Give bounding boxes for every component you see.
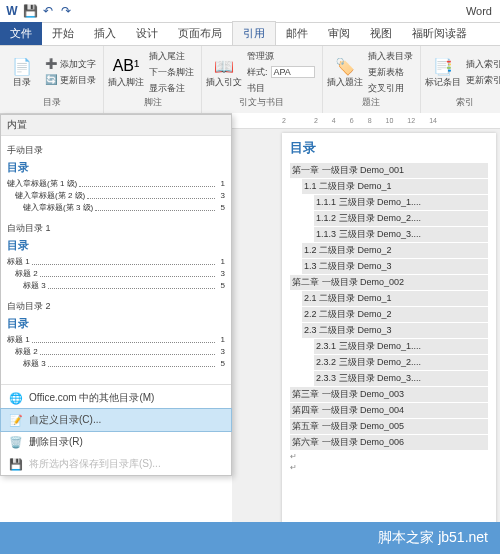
toc-entry[interactable]: 1.1 二级目录 Demo_1 bbox=[302, 179, 488, 194]
tab-页面布局[interactable]: 页面布局 bbox=[168, 22, 232, 45]
ribbon: 📄目录 ➕添加文字 🔄更新目录 目录 AB¹插入脚注 插入尾注 下一条脚注 显示… bbox=[0, 46, 500, 114]
toc-entry[interactable]: 第四章 一级目录 Demo_004 bbox=[290, 403, 488, 418]
toc-entry[interactable]: 第六章 一级目录 Demo_006 bbox=[290, 435, 488, 450]
toc-preview-manual[interactable]: 目录 键入章标题(第 1 级)1键入章标题(第 2 级)3键入章标题(第 3 级… bbox=[7, 160, 225, 214]
add-text-button[interactable]: ➕添加文字 bbox=[42, 57, 99, 72]
preview-label: 自动目录 1 bbox=[7, 222, 225, 235]
toc-entry[interactable]: 2.2 二级目录 Demo_2 bbox=[302, 307, 488, 322]
office-more-toc[interactable]: 🌐Office.com 中的其他目录(M) bbox=[1, 387, 231, 409]
toc-entry[interactable]: 1.2 二级目录 Demo_2 bbox=[302, 243, 488, 258]
insert-citation-button[interactable]: 📖插入引文 bbox=[206, 48, 242, 96]
toc-entry[interactable]: 1.1.2 三级目录 Demo_2.... bbox=[314, 211, 488, 226]
toc-icon: 📄 bbox=[12, 56, 32, 76]
toc-entry[interactable]: 2.3.1 三级目录 Demo_1.... bbox=[314, 339, 488, 354]
refresh-icon: 🔄 bbox=[45, 74, 57, 86]
style-select[interactable]: 样式:APA bbox=[244, 65, 318, 80]
update-toc-button[interactable]: 🔄更新目录 bbox=[42, 73, 99, 88]
toc-entry[interactable]: 第一章 一级目录 Demo_001 bbox=[290, 163, 488, 178]
save-icon: 💾 bbox=[9, 458, 23, 471]
toc-entry[interactable]: 2.3.3 三级目录 Demo_3.... bbox=[314, 371, 488, 386]
custom-toc[interactable]: 📝自定义目录(C)... bbox=[1, 409, 231, 431]
toc-dropdown: 内置 手动目录 目录 键入章标题(第 1 级)1键入章标题(第 2 级)3键入章… bbox=[0, 114, 232, 476]
citation-icon: 📖 bbox=[214, 56, 234, 76]
tab-引用[interactable]: 引用 bbox=[232, 21, 276, 45]
show-notes-button[interactable]: 显示备注 bbox=[146, 81, 197, 96]
group-label: 引文与书目 bbox=[206, 96, 318, 111]
insert-caption-button[interactable]: 🏷️插入题注 bbox=[327, 48, 363, 96]
mark-entry-button[interactable]: 📑标记条目 bbox=[425, 48, 461, 96]
paragraph-mark: ↵ bbox=[290, 452, 488, 461]
toc-entry[interactable]: 2.1 二级目录 Demo_1 bbox=[302, 291, 488, 306]
undo-icon[interactable]: ↶ bbox=[40, 3, 56, 19]
delete-icon: 🗑️ bbox=[9, 436, 23, 449]
toc-entry[interactable]: 1.1.3 三级目录 Demo_3.... bbox=[314, 227, 488, 242]
toc-entry[interactable]: 1.1.1 三级目录 Demo_1.... bbox=[314, 195, 488, 210]
update-table-button[interactable]: 更新表格 bbox=[365, 65, 416, 80]
tab-审阅[interactable]: 审阅 bbox=[318, 22, 360, 45]
group-label: 脚注 bbox=[108, 96, 197, 111]
insert-index-button[interactable]: 插入索引 bbox=[463, 57, 500, 72]
save-icon[interactable]: 💾 bbox=[22, 3, 38, 19]
toc-entry[interactable]: 2.3.2 三级目录 Demo_2.... bbox=[314, 355, 488, 370]
redo-icon[interactable]: ↷ bbox=[58, 3, 74, 19]
toc-entry[interactable]: 第二章 一级目录 Demo_002 bbox=[290, 275, 488, 290]
next-footnote-button[interactable]: 下一条脚注 bbox=[146, 65, 197, 80]
tab-福昕阅读器[interactable]: 福昕阅读器 bbox=[402, 22, 477, 45]
window-title: Word bbox=[74, 5, 496, 17]
remove-toc[interactable]: 🗑️删除目录(R) bbox=[1, 431, 231, 453]
manage-sources-button[interactable]: 管理源 bbox=[244, 49, 318, 64]
toc-entry[interactable]: 2.3 二级目录 Demo_3 bbox=[302, 323, 488, 338]
save-selection-toc: 💾将所选内容保存到目录库(S)... bbox=[1, 453, 231, 475]
toc-entry[interactable]: 1.3 二级目录 Demo_3 bbox=[302, 259, 488, 274]
insert-table-figures-button[interactable]: 插入表目录 bbox=[365, 49, 416, 64]
plus-icon: ➕ bbox=[45, 58, 57, 70]
insert-endnote-button[interactable]: 插入尾注 bbox=[146, 49, 197, 64]
tab-邮件[interactable]: 邮件 bbox=[276, 22, 318, 45]
footnote-icon: AB¹ bbox=[116, 56, 136, 76]
toc-entry[interactable]: 第三章 一级目录 Demo_003 bbox=[290, 387, 488, 402]
caption-icon: 🏷️ bbox=[335, 56, 355, 76]
ruler[interactable]: 22468101214 bbox=[232, 113, 500, 129]
office-icon: 🌐 bbox=[9, 392, 23, 405]
tab-设计[interactable]: 设计 bbox=[126, 22, 168, 45]
insert-footnote-button[interactable]: AB¹插入脚注 bbox=[108, 48, 144, 96]
doc-toc-title: 目录 bbox=[290, 139, 488, 157]
group-label: 索引 bbox=[425, 96, 500, 111]
preview-label: 自动目录 2 bbox=[7, 300, 225, 313]
bibliography-button[interactable]: 书目 bbox=[244, 81, 318, 96]
document-page[interactable]: 目录 第一章 一级目录 Demo_0011.1 二级目录 Demo_11.1.1… bbox=[282, 133, 496, 522]
tab-视图[interactable]: 视图 bbox=[360, 22, 402, 45]
update-index-button[interactable]: 更新索引 bbox=[463, 73, 500, 88]
list-icon: 📝 bbox=[9, 414, 23, 427]
word-icon: W bbox=[4, 3, 20, 19]
group-label: 题注 bbox=[327, 96, 416, 111]
ribbon-tabs: 文件开始插入设计页面布局引用邮件审阅视图福昕阅读器 bbox=[0, 23, 500, 46]
paragraph-mark: ↵ bbox=[290, 463, 488, 472]
tab-插入[interactable]: 插入 bbox=[84, 22, 126, 45]
toc-button[interactable]: 📄目录 bbox=[4, 48, 40, 96]
tab-文件[interactable]: 文件 bbox=[0, 22, 42, 45]
index-icon: 📑 bbox=[433, 56, 453, 76]
group-label: 目录 bbox=[4, 96, 99, 111]
preview-label: 手动目录 bbox=[7, 144, 225, 157]
dropdown-header: 内置 bbox=[1, 115, 231, 136]
cross-reference-button[interactable]: 交叉引用 bbox=[365, 81, 416, 96]
toc-preview-auto1[interactable]: 目录 标题 11标题 23标题 35 bbox=[7, 238, 225, 292]
watermark: 脚本之家 jb51.net bbox=[0, 522, 500, 554]
tab-开始[interactable]: 开始 bbox=[42, 22, 84, 45]
toc-entry[interactable]: 第五章 一级目录 Demo_005 bbox=[290, 419, 488, 434]
toc-preview-auto2[interactable]: 目录 标题 11标题 23标题 35 bbox=[7, 316, 225, 370]
